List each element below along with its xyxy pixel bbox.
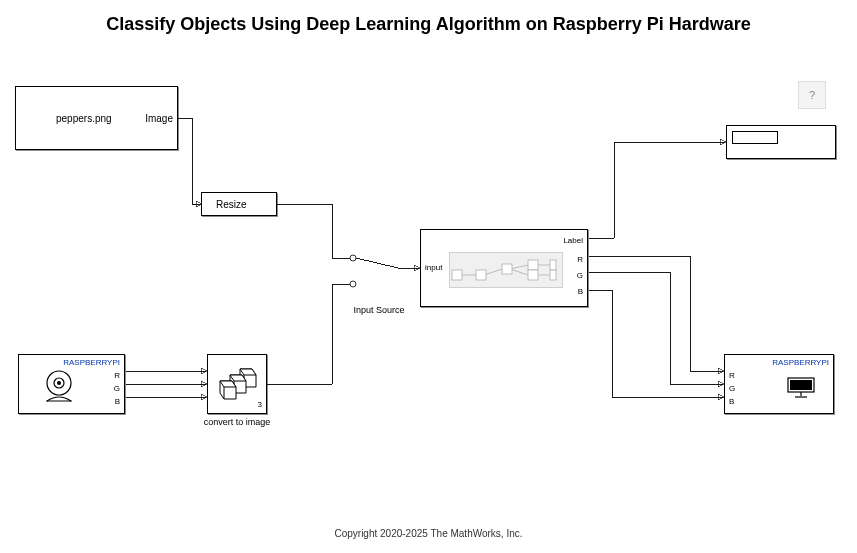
image-file-port-out-label: Image (145, 114, 173, 124)
svg-line-7 (510, 269, 528, 275)
dl-port-r-label: R (577, 256, 583, 264)
svg-line-6 (510, 265, 528, 269)
camera-port-r-label: R (114, 372, 120, 380)
svg-point-25 (350, 281, 356, 287)
help-button[interactable]: ? (798, 81, 826, 109)
svg-rect-10 (452, 270, 462, 280)
resize-block[interactable]: Resize (201, 192, 277, 216)
dl-port-label-out: Label (563, 237, 583, 245)
page-title: Classify Objects Using Deep Learning Alg… (0, 14, 857, 35)
svg-rect-16 (550, 270, 556, 280)
concatenate-block[interactable]: 3 (207, 354, 267, 414)
svg-rect-18 (790, 380, 812, 390)
dl-port-g-label: G (577, 272, 583, 280)
svg-rect-14 (528, 270, 538, 280)
svg-rect-11 (476, 270, 486, 280)
cube-stack-icon (218, 365, 258, 401)
concat-port-out-label: 3 (258, 401, 262, 409)
image-file-filename-label: peppers.png (56, 114, 112, 124)
svg-rect-13 (528, 260, 538, 270)
video-port-r-label: R (729, 372, 735, 380)
label-display-block[interactable] (726, 125, 836, 159)
svg-point-2 (57, 381, 61, 385)
camera-icon (41, 369, 77, 407)
video-display-block[interactable]: R G B RASPBERRYPI (724, 354, 834, 414)
svg-point-24 (350, 255, 356, 261)
svg-rect-15 (550, 260, 556, 270)
dl-port-b-label: B (578, 288, 583, 296)
deep-learning-block[interactable]: input Label R G B (420, 229, 588, 307)
svg-rect-12 (502, 264, 512, 274)
manual-switch-block (350, 255, 408, 287)
video-port-b-label: B (729, 398, 734, 406)
video-device-label: RASPBERRYPI (772, 359, 829, 367)
camera-block[interactable]: RASPBERRYPI R G B (18, 354, 125, 414)
resize-label: Resize (216, 200, 247, 210)
display-field-rect (732, 131, 778, 144)
concat-caption: convert to image (198, 418, 276, 427)
svg-line-26 (356, 258, 398, 268)
image-from-file-block[interactable]: peppers.png Image (15, 86, 178, 150)
camera-port-g-label: G (114, 385, 120, 393)
dl-preview-thumbnail (449, 252, 563, 288)
dl-port-in-label: input (425, 264, 442, 272)
camera-device-label: RASPBERRYPI (63, 359, 120, 367)
svg-line-5 (484, 269, 502, 275)
camera-port-b-label: B (115, 398, 120, 406)
copyright-text: Copyright 2020-2025 The MathWorks, Inc. (0, 528, 857, 539)
switch-caption: Input Source (340, 306, 418, 315)
monitor-icon (787, 377, 815, 399)
video-port-g-label: G (729, 385, 735, 393)
